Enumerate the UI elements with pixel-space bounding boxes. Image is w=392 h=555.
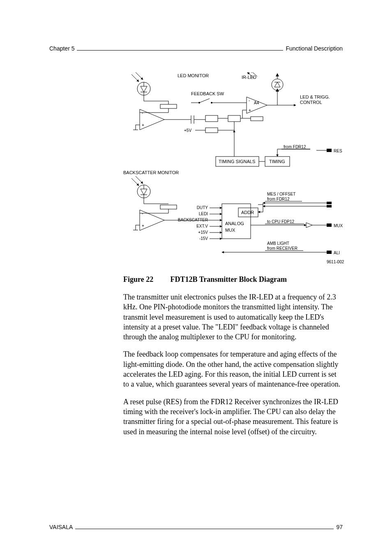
svg-rect-90: [327, 202, 332, 204]
label-ir-led: IR-LED: [242, 75, 256, 80]
paragraph-3: A reset pulse (RES) from the FDR12 Recei…: [123, 397, 343, 437]
figure-title: FDT12B Transmitter Block Diagram: [171, 275, 287, 283]
svg-line-1: [136, 72, 143, 80]
header-left: Chapter 5: [49, 45, 74, 52]
label-backscatter-monitor: BACKSCATTER MONITOR: [123, 170, 179, 175]
diagram-svg: LED MONITOR - +: [123, 72, 345, 265]
label-amb-light: AMB LIGHT: [267, 241, 289, 246]
svg-rect-35: [251, 117, 263, 121]
label-plus5v: +5V: [184, 128, 191, 133]
svg-marker-104: [306, 223, 312, 228]
label-led-monitor: LED MONITOR: [178, 73, 209, 78]
svg-rect-92: [327, 205, 332, 207]
label-led-trigg-1: LED & TRIGG.: [300, 94, 330, 99]
svg-marker-47: [274, 82, 280, 87]
svg-rect-79: [160, 205, 177, 209]
footer-brand: VAISALA: [49, 524, 73, 530]
paragraph-1: The transmitter unit electronics pulses …: [123, 292, 343, 342]
label-analog: ANALOG: [225, 221, 244, 226]
svg-line-24: [199, 99, 210, 103]
label-from-fdr12-2: from FDR12: [267, 197, 290, 201]
svg-marker-44: [276, 88, 279, 92]
page-header: Chapter 5 Functional Description: [49, 45, 343, 52]
label-led-trigg-2: CONTROL: [300, 100, 322, 105]
svg-marker-71: [141, 189, 147, 195]
label-minus15v: -15V: [199, 236, 208, 241]
svg-text:-: -: [249, 98, 250, 103]
label-a4: A4: [254, 101, 259, 105]
label-mux-box: MUX: [225, 228, 235, 233]
label-from-receiver: from RECEIVER: [267, 246, 297, 251]
svg-line-68: [131, 178, 139, 186]
svg-rect-60: [327, 149, 332, 152]
paragraph-2: The feedback loop compensates for temper…: [123, 349, 343, 389]
svg-rect-13: [160, 104, 177, 108]
page-footer: VAISALA 97: [49, 524, 343, 530]
label-feedback-sw: FEEDBACK SW: [191, 91, 224, 96]
label-ali: ALI: [334, 251, 340, 255]
label-timing: TIMING: [269, 159, 285, 164]
svg-rect-31: [205, 115, 218, 122]
label-from-fdr12: from FDR12: [284, 145, 306, 149]
svg-rect-33: [228, 115, 240, 122]
page: Chapter 5 Functional Description LED MON…: [0, 0, 392, 555]
label-extv: EXT.V: [196, 224, 208, 228]
label-duty: DUTY: [197, 205, 208, 210]
label-timing-signals: TIMING SIGNALS: [219, 159, 255, 164]
label-drawing-no: 9611-002: [327, 260, 344, 264]
svg-rect-106: [327, 223, 332, 227]
svg-rect-109: [327, 251, 332, 254]
svg-marker-3: [141, 86, 147, 92]
label-mux: MUX: [334, 223, 343, 228]
svg-line-0: [131, 74, 139, 82]
label-mes-offset: MES / OFFSET: [267, 192, 295, 196]
svg-rect-54: [205, 128, 218, 133]
figure-number: Figure 22: [123, 275, 168, 284]
label-to-cpu: to CPU FDP12: [267, 219, 295, 224]
svg-text:+: +: [142, 123, 144, 127]
label-addr: ADDR: [241, 210, 254, 215]
footer-rule: [75, 529, 334, 529]
svg-line-69: [136, 176, 143, 184]
header-right: Functional Description: [286, 45, 343, 52]
figure-caption: Figure 22 FDT12B Transmitter Block Diagr…: [123, 275, 343, 284]
svg-marker-49: [276, 73, 279, 76]
block-diagram: LED MONITOR - +: [123, 72, 343, 267]
label-plus15v: +15V: [198, 230, 208, 235]
footer-page-number: 97: [336, 524, 343, 530]
svg-text:+: +: [142, 223, 144, 228]
label-res: RES: [334, 149, 342, 153]
svg-text:+: +: [249, 108, 251, 113]
header-rule: [77, 50, 283, 51]
label-ledi: LEDI: [199, 212, 208, 216]
